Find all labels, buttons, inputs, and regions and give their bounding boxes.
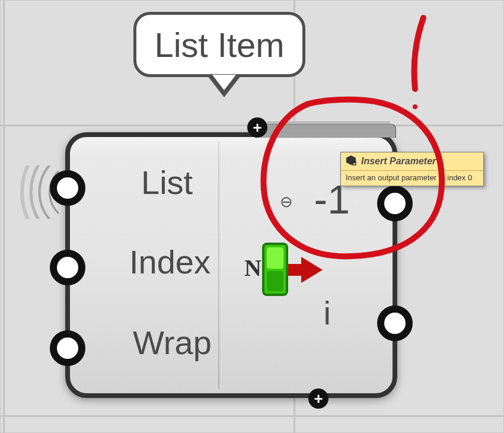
output-port-1[interactable] xyxy=(377,305,413,341)
insert-parameter-bottom-icon[interactable]: + xyxy=(308,389,328,409)
insert-parameter-strip[interactable]: + xyxy=(242,119,396,137)
input-port-wrap[interactable] xyxy=(50,330,85,366)
component-divider xyxy=(218,142,219,389)
input-port-index[interactable] xyxy=(50,250,85,285)
output-modifier-icon: ⊖ xyxy=(280,193,293,211)
plus-glyph: + xyxy=(314,391,323,406)
output-port-0[interactable] xyxy=(377,186,413,221)
svg-rect-3 xyxy=(267,247,283,269)
svg-text:N: N xyxy=(244,254,261,281)
insert-parameter-plus-icon[interactable]: + xyxy=(247,117,267,138)
input-label-wrap: Wrap xyxy=(133,323,212,362)
input-port-list[interactable] xyxy=(50,170,85,206)
plus-glyph: + xyxy=(253,120,261,135)
input-label-index: Index xyxy=(129,243,210,281)
input-label-list: List xyxy=(141,163,193,202)
component-center-icon: N xyxy=(240,239,323,298)
tooltip-description: Insert an output parameter at index 0 xyxy=(341,171,483,186)
hexagon-icon xyxy=(346,155,356,168)
output-label-1: i xyxy=(324,294,331,332)
insert-parameter-tooltip: Insert Parameter Insert an output parame… xyxy=(340,152,484,186)
svg-marker-6 xyxy=(346,155,356,165)
tooltip-title: Insert Parameter xyxy=(361,156,436,167)
component-name: List Item xyxy=(154,25,284,65)
component-name-bubble: List Item xyxy=(133,12,305,77)
bubble-tail-icon xyxy=(208,76,241,97)
svg-rect-4 xyxy=(267,271,283,291)
svg-marker-1 xyxy=(301,257,323,283)
